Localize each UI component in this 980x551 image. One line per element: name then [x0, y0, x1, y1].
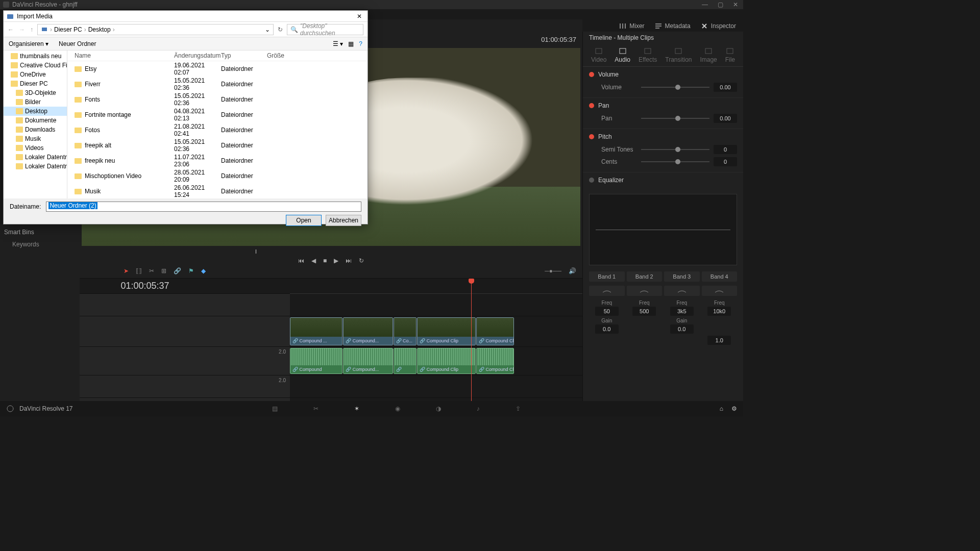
- audio-clip[interactable]: 🔗 Compound Clip 1: [476, 348, 514, 374]
- fusion-page[interactable]: ◉: [395, 405, 400, 412]
- sidebar-item[interactable]: Musik: [4, 134, 67, 143]
- file-row[interactable]: Fortnite montage04.08.2021 02:13Dateiord…: [67, 107, 368, 122]
- deliver-page[interactable]: ⇪: [516, 405, 521, 412]
- breadcrumb-dropdown[interactable]: ⌄: [265, 26, 270, 33]
- pitch-enable-dot[interactable]: [589, 134, 594, 139]
- refresh-button[interactable]: ↻: [278, 26, 283, 33]
- sidebar-item[interactable]: Creative Cloud Fil: [4, 61, 67, 70]
- video-clip[interactable]: 🔗 Compound...: [343, 317, 393, 345]
- cancel-button[interactable]: Abbrechen: [326, 215, 361, 226]
- band-shape[interactable]: [627, 286, 663, 296]
- inspector-tab-image[interactable]: Image: [697, 46, 720, 64]
- close-button[interactable]: ✕: [728, 0, 743, 9]
- pan-value[interactable]: 0.00: [714, 114, 737, 123]
- metadata-toggle[interactable]: Metadata: [655, 22, 691, 30]
- video-clip[interactable]: 🔗 Compound Clip: [417, 317, 476, 345]
- zoom-slider[interactable]: ─●──: [545, 267, 561, 274]
- inspector-tab-file[interactable]: File: [722, 46, 738, 64]
- inspector-tab-audio[interactable]: Audio: [611, 46, 633, 64]
- nav-forward-button[interactable]: →: [19, 26, 25, 33]
- col-date-header[interactable]: Änderungsdatum: [174, 52, 221, 59]
- scrub-marker[interactable]: [256, 249, 256, 254]
- semitones-slider[interactable]: [641, 149, 709, 150]
- band-button[interactable]: Band 4: [702, 271, 738, 282]
- color-page[interactable]: ◑: [436, 405, 441, 412]
- sidebar-item[interactable]: 3D-Objekte: [4, 88, 67, 97]
- preview-button[interactable]: ▦: [348, 40, 354, 47]
- trim-tool[interactable]: ⟦⟧: [136, 267, 142, 274]
- settings-button[interactable]: ⚙: [731, 405, 737, 412]
- cents-slider[interactable]: [641, 161, 709, 162]
- audio-toggle[interactable]: 🔊: [569, 267, 576, 274]
- pan-slider[interactable]: [641, 118, 709, 119]
- sidebar-item[interactable]: Bilder: [4, 97, 67, 107]
- file-row[interactable]: freepik neu11.07.2021 23:06Dateiordner: [67, 153, 368, 168]
- audio-clip[interactable]: 🔗 Compound: [290, 348, 342, 374]
- link-tool[interactable]: 🔗: [174, 267, 181, 274]
- sidebar-item[interactable]: Desktop: [4, 107, 67, 116]
- cut-page[interactable]: ✂: [313, 405, 318, 412]
- audio-clip[interactable]: 🔗: [394, 348, 417, 374]
- eq-enable-dot[interactable]: [589, 178, 594, 183]
- help-button[interactable]: ?: [359, 40, 362, 47]
- insert-tool[interactable]: ⊞: [161, 267, 166, 274]
- inspector-tab-video[interactable]: Video: [588, 46, 609, 64]
- open-button[interactable]: Open: [286, 215, 322, 226]
- timeline-ruler[interactable]: [290, 279, 582, 294]
- new-folder-button[interactable]: Neuer Ordner: [59, 40, 96, 47]
- sidebar-item[interactable]: Videos: [4, 143, 67, 153]
- sidebar-item[interactable]: Dokumente: [4, 116, 67, 125]
- keywords-bin[interactable]: Keywords: [4, 241, 76, 248]
- volume-enable-dot[interactable]: [589, 72, 594, 77]
- organize-button[interactable]: Organisieren ▾: [9, 40, 48, 47]
- dialog-close-button[interactable]: ✕: [354, 12, 364, 21]
- fairlight-page[interactable]: ♪: [477, 405, 480, 412]
- band-shape[interactable]: [589, 286, 625, 296]
- video-clip[interactable]: 🔗 Co...: [394, 317, 417, 345]
- file-row[interactable]: Fonts15.05.2021 02:36Dateiordner: [67, 92, 368, 107]
- inspector-toggle[interactable]: Inspector: [701, 22, 736, 30]
- volume-value[interactable]: 0.00: [714, 83, 737, 92]
- file-row[interactable]: Fotos21.08.2021 02:41Dateiordner: [67, 122, 368, 138]
- audio-clip[interactable]: 🔗 Compound Clip: [417, 348, 476, 374]
- playhead[interactable]: [471, 279, 472, 401]
- file-row[interactable]: Fiverr15.05.2021 02:36Dateiordner: [67, 77, 368, 92]
- band-button[interactable]: Band 1: [589, 271, 625, 282]
- maximize-button[interactable]: ▢: [713, 0, 728, 9]
- band-button[interactable]: Band 3: [664, 271, 700, 282]
- nav-up-button[interactable]: ↑: [30, 26, 33, 33]
- view-mode-button[interactable]: ☰ ▾: [333, 40, 343, 47]
- file-row[interactable]: Musik26.06.2021 15:24Dateiordner: [67, 184, 368, 198]
- inspector-tab-effects[interactable]: Effects: [635, 46, 660, 64]
- volume-slider[interactable]: [641, 87, 709, 88]
- nav-back-button[interactable]: ←: [8, 26, 14, 33]
- sidebar-item[interactable]: thumbnails neu: [4, 52, 67, 61]
- search-input[interactable]: 🔍 "Desktop" durchsuchen: [287, 24, 363, 35]
- flag-tool[interactable]: ⚑: [188, 267, 194, 274]
- col-type-header[interactable]: Typ: [221, 52, 267, 59]
- sidebar-item[interactable]: Downloads: [4, 125, 67, 134]
- video-clip[interactable]: 🔗 Compound ...: [290, 317, 342, 345]
- breadcrumb[interactable]: › Dieser PC › Desktop › ⌄: [37, 24, 274, 35]
- mixer-toggle[interactable]: Mixer: [619, 22, 644, 30]
- eq-graph[interactable]: [589, 194, 737, 265]
- audio-clip[interactable]: 🔗 Compound...: [343, 348, 393, 374]
- minimize-button[interactable]: —: [697, 0, 713, 9]
- band-shape[interactable]: [702, 286, 738, 296]
- home-button[interactable]: ⌂: [720, 405, 723, 412]
- marker-tool[interactable]: ◆: [201, 267, 206, 274]
- file-row[interactable]: Etsy19.06.2021 02:07Dateiordner: [67, 61, 368, 77]
- sidebar-item[interactable]: Dieser PC: [4, 79, 67, 88]
- blade-tool[interactable]: ✂: [149, 267, 154, 274]
- pointer-tool[interactable]: ➤: [124, 267, 129, 274]
- sidebar-item[interactable]: Lokaler Datentra: [4, 153, 67, 162]
- col-size-header[interactable]: Größe: [267, 52, 298, 59]
- file-row[interactable]: Mischoptionen Video28.05.2021 20:09Datei…: [67, 168, 368, 184]
- col-name-header[interactable]: Name: [75, 52, 174, 59]
- file-list[interactable]: Name Änderungsdatum Typ Größe Etsy19.06.…: [67, 51, 368, 198]
- file-row[interactable]: freepik alt15.05.2021 02:36Dateiordner: [67, 138, 368, 153]
- sidebar-item[interactable]: OneDrive: [4, 70, 67, 79]
- filename-input[interactable]: Neuer Ordner (2): [46, 202, 361, 212]
- edit-page[interactable]: ✶: [354, 405, 359, 412]
- sidebar-item[interactable]: Lokaler Datentra: [4, 162, 67, 171]
